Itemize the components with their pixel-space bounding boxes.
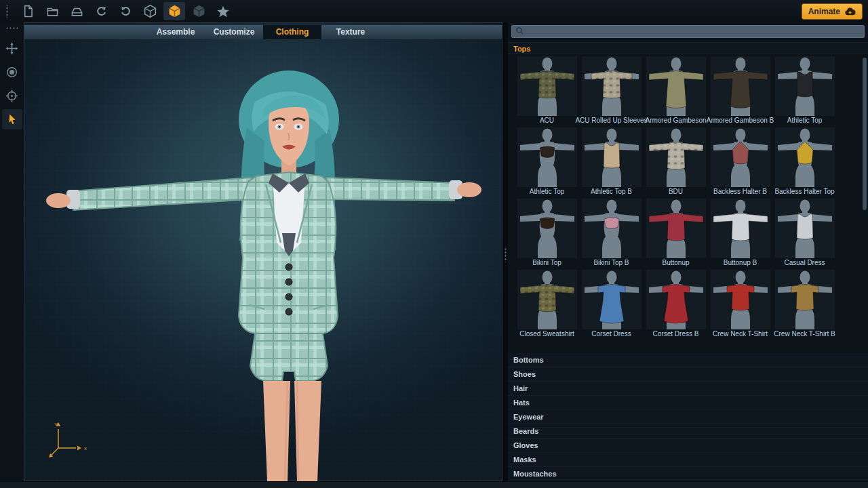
clothing-item[interactable]: Crew Neck T-Shirt xyxy=(708,270,772,341)
clothing-item-thumbnail[interactable] xyxy=(775,127,835,187)
section-header-hats[interactable]: Hats xyxy=(508,396,868,410)
clothing-item-thumbnail[interactable] xyxy=(646,199,706,258)
select-tool[interactable] xyxy=(2,109,22,129)
tab-customize[interactable]: Customize xyxy=(205,25,263,39)
section-header-moustaches[interactable]: Moustaches xyxy=(508,467,868,481)
clothing-item[interactable]: Athletic Top xyxy=(515,127,579,199)
clothing-item-label: Corset Dress B xyxy=(653,330,699,338)
tab-clothing[interactable]: Clothing xyxy=(263,25,321,39)
favorites-star-icon[interactable] xyxy=(212,2,234,20)
clothing-item[interactable]: Closed Sweatshirt xyxy=(515,270,579,341)
top-toolbar: Animate xyxy=(0,0,868,22)
clothing-item-thumbnail[interactable] xyxy=(646,270,706,329)
clothing-item[interactable]: Armored Gambeson xyxy=(644,56,708,127)
section-header-masks[interactable]: Masks xyxy=(508,453,868,467)
grid-scrollbar[interactable] xyxy=(863,58,867,210)
clothing-item[interactable]: Buttonup B xyxy=(708,199,772,270)
clothing-item-thumbnail[interactable] xyxy=(517,56,577,116)
axis-gizmo: Y x xyxy=(43,420,91,462)
section-header-shoes[interactable]: Shoes xyxy=(508,367,868,382)
clothing-item[interactable]: Backless Halter B xyxy=(708,127,772,199)
clothing-item[interactable]: Buttonup xyxy=(644,199,708,270)
clothing-item-label: Athletic Top xyxy=(530,188,565,195)
section-header-beards[interactable]: Beards xyxy=(508,424,868,439)
assemble-cube-icon[interactable] xyxy=(139,2,161,20)
clothing-item-thumbnail[interactable] xyxy=(517,127,577,187)
clothing-item-thumbnail[interactable] xyxy=(582,270,642,329)
rail-icon-group xyxy=(2,38,22,133)
section-header-gloves[interactable]: Gloves xyxy=(508,439,868,453)
clothing-item[interactable]: Corset Dress xyxy=(579,270,644,341)
clothing-item-thumbnail[interactable] xyxy=(711,199,770,258)
character-creator-window: Animate AssembleCustomizeClothingTexture xyxy=(0,0,868,488)
clothing-item-label: Backless Halter B xyxy=(713,188,767,195)
clothing-item[interactable]: Athletic Top B xyxy=(579,127,644,199)
search-input[interactable] xyxy=(528,27,861,37)
undo-icon[interactable] xyxy=(90,2,112,20)
toolbar-icon-group xyxy=(17,2,234,20)
clothing-item[interactable]: ACU xyxy=(515,56,579,127)
redo-icon[interactable] xyxy=(115,2,136,20)
clothing-item-label: Buttonup B xyxy=(724,259,757,266)
cloud-upload-icon xyxy=(844,7,856,16)
clothing-item-thumbnail[interactable] xyxy=(582,56,642,116)
clothing-item[interactable]: Casual Dress xyxy=(772,199,837,270)
clothing-item-label: Closed Sweatshirt xyxy=(519,330,574,338)
clothing-item-thumbnail[interactable] xyxy=(711,270,770,329)
clothing-item-label: Casual Dress xyxy=(784,259,825,266)
clothing-item[interactable]: Armored Gambeson B xyxy=(708,56,772,127)
clothing-item[interactable]: Athletic Top xyxy=(772,56,837,127)
left-tool-rail xyxy=(0,22,24,481)
section-header-tops[interactable]: Tops xyxy=(508,42,868,54)
gizmo-x-label: x xyxy=(84,445,87,451)
orbit-tool[interactable] xyxy=(2,62,22,82)
clothing-item[interactable]: Bikini Top xyxy=(515,199,579,270)
clothing-item-thumbnail[interactable] xyxy=(646,127,706,187)
clothing-item-label: Buttonup xyxy=(662,259,689,266)
animate-button-label: Animate xyxy=(808,7,840,16)
clothing-item[interactable]: Corset Dress B xyxy=(644,270,708,341)
toolbar-drag-handle-icon[interactable] xyxy=(5,5,9,18)
clothing-item-thumbnail[interactable] xyxy=(517,270,577,329)
category-section-list: BottomsShoesHairHatsEyewearBeardsGlovesM… xyxy=(508,353,868,481)
search-bar[interactable] xyxy=(511,25,865,38)
clothing-item[interactable]: Backless Halter Top xyxy=(772,127,837,199)
clothing-items-grid: ACU ACU Rolled Up Sleeves Armored Gambes xyxy=(508,54,868,353)
clothing-item-label: BDU xyxy=(669,188,683,195)
rail-drag-handle-icon[interactable] xyxy=(5,26,19,30)
section-header-eyewear[interactable]: Eyewear xyxy=(508,410,868,424)
status-bar xyxy=(0,481,868,488)
clothing-item-thumbnail[interactable] xyxy=(711,127,770,187)
character-model[interactable] xyxy=(24,39,503,481)
clothing-item[interactable]: ACU Rolled Up Sleeves xyxy=(579,56,644,127)
clothing-item-label: Crew Neck T-Shirt B xyxy=(774,330,835,338)
clothing-item-thumbnail[interactable] xyxy=(582,199,642,258)
clothing-item-thumbnail[interactable] xyxy=(711,56,770,116)
clothing-item-label: Athletic Top xyxy=(787,117,823,124)
clothing-item-label: Backless Halter Top xyxy=(774,188,834,195)
clothing-item[interactable]: Crew Neck T-Shirt B xyxy=(772,270,837,341)
section-header-bottoms[interactable]: Bottoms xyxy=(508,353,868,367)
animate-button[interactable]: Animate xyxy=(802,3,863,20)
clothing-item-thumbnail[interactable] xyxy=(582,127,642,187)
clothing-item-label: Bikini Top B xyxy=(593,259,629,266)
clothing-item-thumbnail[interactable] xyxy=(646,56,706,116)
zoom-target-tool[interactable] xyxy=(2,85,22,106)
save-icon[interactable] xyxy=(66,2,87,20)
texture-cube-icon[interactable] xyxy=(188,2,210,20)
clothing-item-thumbnail[interactable] xyxy=(775,56,835,116)
clothing-item[interactable]: BDU xyxy=(644,127,708,199)
clothing-item-thumbnail[interactable] xyxy=(517,199,577,258)
pan-tool[interactable] xyxy=(2,38,22,58)
tab-assemble[interactable]: Assemble xyxy=(146,25,205,39)
open-folder-icon[interactable] xyxy=(41,2,63,20)
clothing-item-thumbnail[interactable] xyxy=(775,270,835,329)
new-file-icon[interactable] xyxy=(17,2,39,20)
panel-splitter[interactable] xyxy=(502,22,508,481)
clothing-item-thumbnail[interactable] xyxy=(775,199,835,258)
clothing-cube-icon[interactable] xyxy=(163,2,185,20)
3d-viewport[interactable]: AssembleCustomizeClothingTexture xyxy=(24,22,502,481)
tab-texture[interactable]: Texture xyxy=(321,25,380,39)
section-header-hair[interactable]: Hair xyxy=(508,382,868,396)
clothing-item[interactable]: Bikini Top B xyxy=(579,199,644,270)
